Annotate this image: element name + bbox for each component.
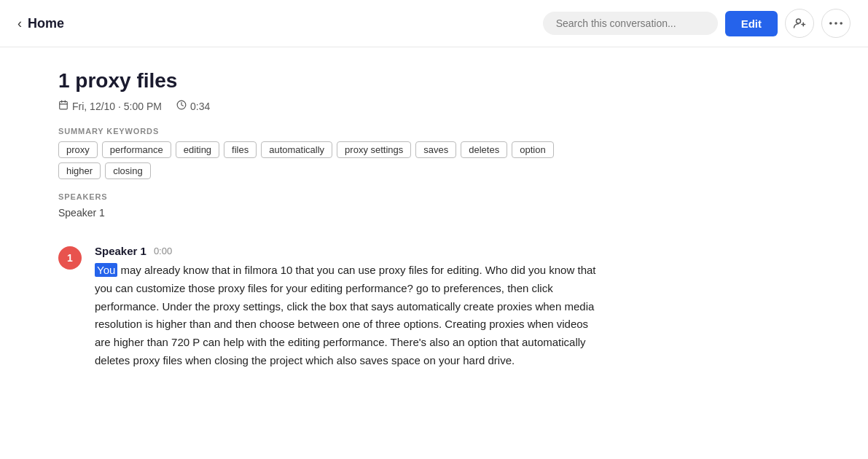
transcript-speaker-name: Speaker 1 <box>95 245 146 257</box>
transcript-timestamp: 0:00 <box>154 246 172 256</box>
main-content: 1 proxy files Fri, 12/10 · 5:00 PM 0 <box>0 47 656 414</box>
svg-rect-6 <box>60 101 68 109</box>
date-text: Fri, 12/10 · 5:00 PM <box>72 101 162 112</box>
more-options-button[interactable] <box>821 9 851 38</box>
speaker-item: Speaker 1 <box>58 207 598 219</box>
header: ‹ Home Edit <box>0 0 868 47</box>
meta-date: Fri, 12/10 · 5:00 PM <box>58 100 162 112</box>
duration-text: 0:34 <box>190 101 210 112</box>
note-title: 1 proxy files <box>58 69 598 93</box>
keyword-tag: proxy settings <box>337 141 411 158</box>
clock-icon <box>176 100 187 112</box>
svg-point-4 <box>834 22 837 25</box>
svg-point-3 <box>829 22 832 25</box>
speakers-label: SPEAKERS <box>58 192 598 201</box>
speakers-section: SPEAKERS Speaker 1 <box>58 192 598 219</box>
keywords-label: SUMMARY KEYWORDS <box>58 127 598 136</box>
transcript-speaker-row: Speaker 10:00 <box>95 245 598 257</box>
transcript-entry: 1Speaker 10:00You may already know that … <box>58 245 598 370</box>
calendar-icon <box>58 100 69 112</box>
keyword-tag: saves <box>415 141 456 158</box>
svg-point-5 <box>840 22 842 25</box>
search-input[interactable] <box>543 12 718 35</box>
add-person-icon <box>793 17 806 30</box>
keyword-tag: automatically <box>261 141 332 158</box>
speaker-badge: 1 <box>58 246 82 270</box>
highlighted-word: You <box>95 263 117 277</box>
more-icon <box>829 22 842 25</box>
keyword-tag: deletes <box>461 141 507 158</box>
keyword-tag: closing <box>105 162 150 179</box>
header-left: ‹ Home <box>17 16 64 31</box>
add-person-button[interactable] <box>785 9 814 38</box>
meta-duration: 0:34 <box>176 100 210 112</box>
keyword-tag: option <box>512 141 553 158</box>
speakers-list: Speaker 1 <box>58 207 598 219</box>
keyword-tag: performance <box>102 141 171 158</box>
header-right: Edit <box>543 9 851 38</box>
keyword-tag: editing <box>176 141 219 158</box>
keyword-tag: proxy <box>58 141 98 158</box>
svg-point-0 <box>797 19 801 23</box>
keyword-tag: files <box>224 141 257 158</box>
home-title: Home <box>28 16 64 31</box>
meta-row: Fri, 12/10 · 5:00 PM 0:34 <box>58 100 598 112</box>
keywords-row: proxyperformanceeditingfilesautomaticall… <box>58 141 598 179</box>
keyword-tag: higher <box>58 162 101 179</box>
back-icon[interactable]: ‹ <box>17 16 22 31</box>
transcript-body: Speaker 10:00You may already know that i… <box>95 245 598 370</box>
transcript-container: 1Speaker 10:00You may already know that … <box>58 245 598 370</box>
transcript-text: You may already know that in filmora 10 … <box>95 262 598 370</box>
edit-button[interactable]: Edit <box>725 11 778 36</box>
